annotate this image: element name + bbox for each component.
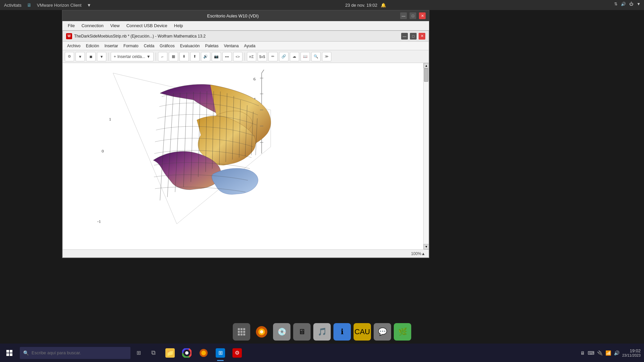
math-menu-ayuda[interactable]: Ayuda [242, 43, 258, 49]
search-bar[interactable]: 🔍 [20, 347, 130, 359]
start-button[interactable] [0, 344, 18, 362]
activitats-label[interactable]: Activitats [4, 3, 21, 8]
tray-keyboard-icon[interactable]: ⌨ [588, 350, 594, 356]
chevron-down-icon[interactable]: ▼ [637, 2, 641, 6]
toolbar-search-button[interactable]: 🔍 [311, 52, 321, 61]
toolbar-groupcell-button[interactable]: ▦ [169, 52, 178, 61]
zoom-level: 100% [411, 251, 421, 256]
vmware-close-button[interactable]: ✕ [419, 12, 426, 19]
toolbar-pi-button[interactable]: πΣ [247, 52, 256, 61]
dock-disk[interactable]: 💿 [273, 323, 290, 341]
taskbar-app-fileexplorer[interactable]: 📁 [162, 344, 178, 362]
math-menu-paletas[interactable]: Paletas [203, 43, 221, 49]
math-menubar: Archivo Edición Insertar Formato Celda G… [63, 42, 429, 50]
svg-point-32 [185, 351, 189, 355]
volume-icon[interactable]: 🔊 [621, 2, 626, 6]
toolbar-camera-button[interactable]: 📷 [212, 52, 221, 61]
vmware-window: Escritorio Aules W10 (VDI) — □ ✕ File Co… [62, 10, 429, 258]
chrome-icon [182, 348, 192, 358]
toolbar-bracket-button[interactable]: ⌐ [158, 52, 167, 61]
math-menu-ventana[interactable]: Ventana [222, 43, 241, 49]
toolbar-code-button[interactable]: <> [233, 52, 243, 61]
toolbar-separator2 [156, 53, 156, 61]
dock-info[interactable]: ℹ [333, 323, 351, 341]
windows-store-icon: ⊞ [216, 348, 225, 358]
taskbar-app-settings[interactable]: ⚙ [229, 344, 245, 362]
toolbar-dropdown2-button[interactable]: ▼ [97, 52, 106, 61]
toolbar-cloud-button[interactable]: ☁ [290, 52, 299, 61]
toolbar-volume-button[interactable]: 🔊 [201, 52, 210, 61]
tray-screen-icon[interactable]: 🖥 [580, 350, 585, 356]
network-icon[interactable]: ⇅ [614, 2, 618, 6]
toolbar-up-button[interactable]: ⬆ [190, 52, 200, 61]
vmware-menu-help[interactable]: Help [171, 22, 186, 29]
dropdown-arrow-icon[interactable]: ▼ [87, 3, 91, 8]
dropdown-arrow-icon: ▼ [147, 54, 151, 59]
toolbar-link-button[interactable]: 🔗 [279, 52, 288, 61]
firefox-icon [199, 348, 208, 358]
math-titlebar: W TheDarkSideMoebiusStrip.nb * (Ejecució… [63, 31, 429, 42]
tray-usb-icon[interactable]: 🔌 [597, 350, 603, 356]
tray-volume-icon[interactable]: 🔊 [614, 350, 620, 356]
scroll-track [424, 68, 429, 244]
plot-area: 6 4 2 0 1 0 -1 [69, 66, 277, 237]
math-minimize-button[interactable]: — [401, 33, 408, 40]
toolbar-settings-button[interactable]: ⚙ [65, 52, 74, 61]
power-icon[interactable]: ⏻ [629, 2, 633, 6]
file-explorer-icon: 📁 [165, 348, 175, 358]
toolbar-cell-type-button[interactable]: ■ [86, 52, 96, 61]
math-menu-formato[interactable]: Formato [121, 43, 141, 49]
settings-icon: ⚙ [232, 348, 242, 358]
vmware-menu-connection[interactable]: Connection [79, 22, 106, 29]
math-title: TheDarkSideMoebiusStrip.nb * (Ejecución.… [74, 34, 401, 39]
vmware-maximize-button[interactable]: □ [410, 12, 416, 19]
toolbar-dollar-button[interactable]: $x$ [258, 52, 267, 61]
toolbar-pencil-button[interactable]: ✏ [268, 52, 278, 61]
dock-chat[interactable]: 💬 [374, 323, 391, 341]
taskbar-app-windows-store[interactable]: ⊞ [212, 344, 228, 362]
dock-display[interactable]: 🖥 [293, 323, 311, 341]
dock-green-app[interactable]: 🌿 [394, 323, 411, 341]
dock-cau[interactable]: CAU [354, 323, 371, 341]
search-input[interactable] [32, 350, 127, 355]
system-tray-bar: ⇅ 🔊 ⏻ ▼ [614, 2, 641, 6]
math-close-button[interactable]: ✕ [419, 33, 425, 40]
math-maximize-button[interactable]: □ [410, 33, 417, 40]
toolbar-insert-cell[interactable]: + Insertar celda... ▼ [111, 52, 154, 61]
dock-firefox[interactable] [253, 323, 270, 341]
svg-line-0 [113, 73, 177, 224]
vmware-minimize-button[interactable]: — [400, 12, 407, 19]
math-menu-graficos[interactable]: Gráficos [157, 43, 177, 49]
vmware-menu-view[interactable]: View [108, 22, 122, 29]
math-menu-archivo[interactable]: Archivo [65, 43, 83, 49]
math-menu-edicion[interactable]: Edición [84, 43, 101, 49]
math-menu-insertar[interactable]: Insertar [102, 43, 120, 49]
task-view-button[interactable]: ⊞ [132, 344, 145, 362]
notification-icon[interactable]: 🔔 [381, 3, 386, 8]
toolbar-dots-button[interactable]: ••• [222, 52, 232, 61]
math-menu-celda[interactable]: Celda [142, 43, 157, 49]
taskbar-app-chrome[interactable] [179, 344, 195, 362]
clock-date: 23/11/2023 [622, 353, 641, 357]
taskbar-app-firefox[interactable] [196, 344, 212, 362]
toolbar-dropdown1-button[interactable]: ▼ [75, 52, 85, 61]
scroll-thumb[interactable] [424, 68, 428, 82]
scroll-down-button[interactable]: ▼ [424, 244, 429, 249]
vmware-menu-file[interactable]: File [65, 22, 77, 29]
dock-apps-grid[interactable] [233, 323, 250, 341]
dock-music[interactable]: 🎵 [313, 323, 331, 341]
vmware-menubar: File Connection View Connect USB Device … [62, 21, 429, 31]
toolbar-collapse-button[interactable]: ≫ [322, 52, 331, 61]
vmware-menu-connect-usb[interactable]: Connect USB Device [124, 22, 170, 29]
tray-network-icon[interactable]: 📶 [605, 350, 611, 356]
math-menu-evaluacion[interactable]: Evaluación [178, 43, 202, 49]
search-icon: 🔍 [23, 350, 29, 356]
zoom-up-icon[interactable]: ▲ [421, 251, 425, 256]
taskbar-app-taskview[interactable]: ⧉ [145, 344, 161, 362]
datetime-label: 23 de nov. 19:02 [345, 3, 377, 8]
scroll-up-button[interactable]: ▲ [424, 63, 429, 68]
toolbar-down-button[interactable]: ⬇ [179, 52, 189, 61]
system-tray: 🖥 ⌨ 🔌 📶 🔊 19:02 23/11/2023 [577, 344, 644, 362]
toolbar-book-button[interactable]: 📖 [301, 52, 310, 61]
clock-display[interactable]: 19:02 23/11/2023 [622, 348, 641, 357]
